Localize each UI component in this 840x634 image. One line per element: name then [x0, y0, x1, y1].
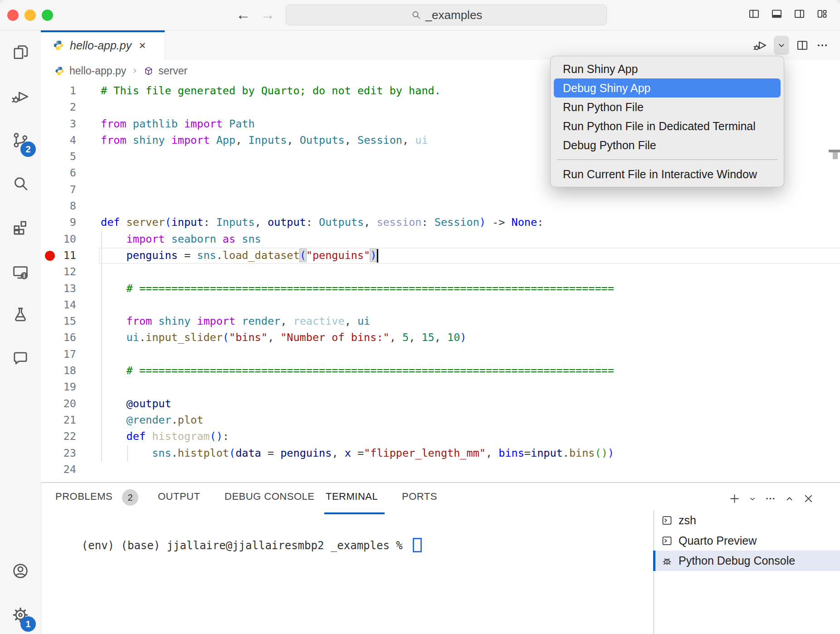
split-editor-button[interactable] [796, 39, 809, 52]
layout-panel-icon [771, 8, 783, 20]
code-line-21[interactable]: @render.plot [101, 412, 614, 428]
menu-item-run-shiny-app[interactable]: Run Shiny App [554, 59, 781, 78]
code-line-18[interactable]: # ======================================… [101, 362, 614, 379]
code-line-24[interactable] [101, 461, 614, 478]
line-number: 12 [41, 263, 76, 280]
terminal-prompt: (env) (base) jjallaire@jjallairesmbp2 _e… [82, 539, 409, 552]
code-line-17[interactable] [101, 346, 614, 362]
panel-tab-debug-console[interactable]: DEBUG CONSOLE [225, 491, 314, 502]
panel-chevron-down-button[interactable] [747, 494, 757, 504]
activity-badge: 1 [20, 616, 36, 632]
line-number: 19 [41, 379, 76, 395]
panel-tab-problems[interactable]: PROBLEMS [55, 491, 112, 502]
activity-item-settings-gear[interactable]: 1 [11, 605, 30, 624]
menu-item-run-current-file-in-interactive-window[interactable]: Run Current File in Interactive Window [554, 165, 781, 184]
code-line-8[interactable] [101, 198, 614, 214]
navigate-back-button[interactable]: ← [234, 6, 252, 23]
panel-plus-button[interactable] [728, 493, 741, 505]
panel-ellipsis-button[interactable] [764, 493, 777, 505]
code-line-14[interactable] [101, 297, 614, 313]
code-line-10[interactable]: import seaborn as sns [101, 231, 614, 247]
code-line-16[interactable]: ui.input_slider("bins", "Number of bins:… [101, 329, 614, 346]
code-line-7[interactable] [101, 181, 614, 198]
line-number: 17 [41, 346, 76, 362]
terminal-icon [661, 514, 673, 527]
window-close-button[interactable] [7, 10, 19, 21]
debug-run-button[interactable] [753, 38, 767, 53]
breadcrumb-symbol[interactable]: server [158, 65, 187, 77]
activity-item-testing[interactable] [11, 305, 30, 324]
code-line-20[interactable]: @output [101, 395, 614, 412]
code-line-11[interactable]: penguins = sns.load_dataset("penguins") [101, 247, 614, 263]
layout-panel-button[interactable] [771, 8, 783, 20]
terminal-selected-bar [653, 551, 655, 571]
layout-customize-button[interactable] [816, 8, 828, 20]
terminal-output[interactable]: (env) (base) jjallaire@jjallairesmbp2 _e… [55, 526, 422, 566]
overview-ruler-marker [833, 152, 838, 159]
activity-item-files[interactable] [11, 43, 30, 62]
code-line-4[interactable]: from shiny import App, Inputs, Outputs, … [101, 132, 614, 148]
line-number: 20 [41, 395, 76, 412]
panel-tab-ports[interactable]: PORTS [402, 491, 437, 502]
window-maximize-button[interactable] [42, 10, 53, 21]
code-line-5[interactable] [101, 148, 614, 165]
activity-item-extensions[interactable] [11, 218, 30, 237]
menu-item-debug-python-file[interactable]: Debug Python File [554, 136, 781, 155]
line-number: 7 [41, 181, 76, 198]
line-number: 16 [41, 329, 76, 346]
code-line-1[interactable]: # This file generated by Quarto; do not … [101, 83, 614, 99]
layout-sidebar-left-button[interactable] [748, 8, 760, 20]
run-dropdown-button[interactable] [774, 36, 789, 55]
activity-item-chat[interactable] [11, 348, 30, 367]
remote-explorer-icon [11, 263, 30, 282]
code-line-2[interactable] [101, 99, 614, 115]
panel-tab-terminal[interactable]: TERMINAL [326, 491, 378, 502]
panel-actions [728, 493, 815, 505]
tab-hello-app[interactable]: hello-app.py × [41, 30, 165, 60]
line-number: 15 [41, 313, 76, 329]
panel-divider[interactable] [41, 482, 840, 483]
split-editor-icon [796, 39, 809, 52]
ellipsis-button[interactable] [816, 39, 829, 52]
code-line-19[interactable] [101, 379, 614, 395]
terminal-list-item-python-debug-console[interactable]: Python Debug Console [654, 551, 840, 571]
menu-item-run-python-file[interactable]: Run Python File [554, 98, 781, 117]
code-line-13[interactable]: # ======================================… [101, 280, 614, 297]
code-line-3[interactable]: from pathlib import Path [101, 116, 614, 132]
line-number: 9 [41, 214, 76, 230]
menu-item-debug-shiny-app[interactable]: Debug Shiny App [554, 78, 781, 98]
activity-item-remote-explorer[interactable] [11, 263, 30, 282]
activity-item-account[interactable] [11, 561, 30, 580]
line-number: 21 [41, 412, 76, 428]
terminal-list-label: Quarto Preview [679, 534, 757, 547]
breadcrumb-file[interactable]: hello-app.py [69, 65, 126, 77]
code-line-23[interactable]: sns.histplot(data = penguins, x ="flippe… [101, 445, 614, 461]
panel-tab-output[interactable]: OUTPUT [158, 491, 200, 502]
layout-customize-icon [816, 8, 828, 20]
menu-item-run-python-file-in-dedicated-terminal[interactable]: Run Python File in Dedicated Terminal [554, 117, 781, 136]
activity-item-source-control[interactable]: 2 [11, 131, 30, 150]
code-line-9[interactable]: def server(input: Inputs, output: Output… [101, 214, 614, 230]
chat-icon [11, 348, 30, 367]
tab-close-icon[interactable]: × [139, 39, 146, 51]
plus-icon [728, 493, 741, 505]
terminal-list-item-zsh[interactable]: zsh [654, 510, 840, 531]
search-icon [410, 10, 421, 20]
panel-close-button[interactable] [802, 493, 815, 505]
code-line-12[interactable] [101, 263, 614, 280]
line-number: 18 [41, 362, 76, 379]
activity-item-run-debug[interactable] [11, 87, 30, 106]
command-center-search[interactable]: _examples [286, 5, 607, 25]
window-minimize-button[interactable] [24, 10, 36, 21]
layout-sidebar-right-button[interactable] [793, 8, 806, 20]
activity-badge: 2 [20, 141, 36, 157]
panel-tab-underline [324, 512, 385, 514]
code-line-15[interactable]: from shiny import render, reactive, ui [101, 313, 614, 329]
activity-item-search[interactable] [11, 174, 30, 193]
panel-chevron-up-button[interactable] [783, 493, 796, 505]
terminal-list-item-quarto-preview[interactable]: Quarto Preview [654, 531, 840, 551]
navigate-forward-button[interactable]: → [259, 6, 277, 23]
code-line-22[interactable]: def histogram(): [101, 428, 614, 444]
layout-sidebar-right-icon [793, 8, 806, 20]
code-line-6[interactable] [101, 165, 614, 181]
